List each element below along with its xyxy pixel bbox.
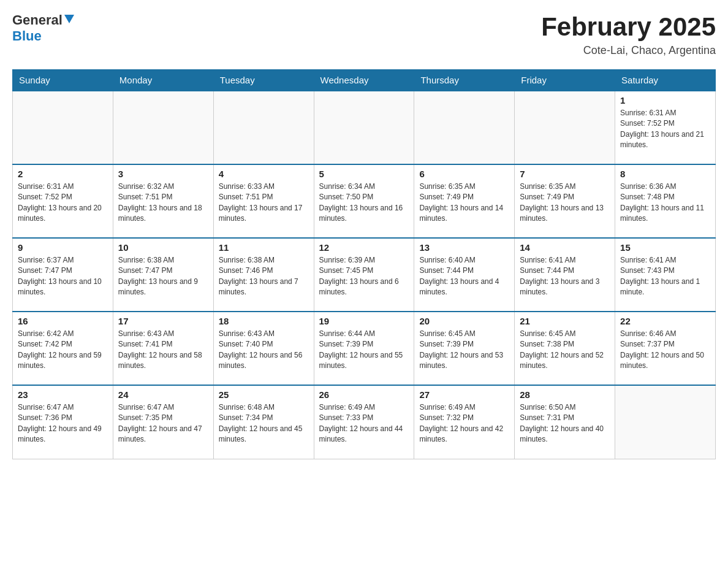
page-header: General Blue February 2025 Cote-Lai, Cha… <box>12 12 716 57</box>
day-number: 23 <box>18 389 108 400</box>
table-row: 21Sunrise: 6:45 AM Sunset: 7:38 PM Dayli… <box>515 312 615 385</box>
table-row: 23Sunrise: 6:47 AM Sunset: 7:36 PM Dayli… <box>13 385 113 459</box>
logo-general-text: General <box>12 12 63 28</box>
calendar-week-row: 16Sunrise: 6:42 AM Sunset: 7:42 PM Dayli… <box>13 312 716 385</box>
day-info: Sunrise: 6:39 AM Sunset: 7:45 PM Dayligh… <box>319 255 409 298</box>
day-info: Sunrise: 6:43 AM Sunset: 7:41 PM Dayligh… <box>118 329 208 372</box>
table-row: 22Sunrise: 6:46 AM Sunset: 7:37 PM Dayli… <box>615 312 716 385</box>
table-row <box>414 91 515 164</box>
table-row: 5Sunrise: 6:34 AM Sunset: 7:50 PM Daylig… <box>314 164 414 238</box>
table-row <box>314 91 414 164</box>
calendar-week-row: 23Sunrise: 6:47 AM Sunset: 7:36 PM Dayli… <box>13 385 716 459</box>
day-number: 9 <box>18 242 108 253</box>
month-title: February 2025 <box>541 12 716 42</box>
day-info: Sunrise: 6:43 AM Sunset: 7:40 PM Dayligh… <box>219 329 309 372</box>
table-row <box>13 91 113 164</box>
calendar-table: Sunday Monday Tuesday Wednesday Thursday… <box>12 69 716 459</box>
table-row: 16Sunrise: 6:42 AM Sunset: 7:42 PM Dayli… <box>13 312 113 385</box>
day-info: Sunrise: 6:34 AM Sunset: 7:50 PM Dayligh… <box>319 182 409 224</box>
table-row: 1Sunrise: 6:31 AM Sunset: 7:52 PM Daylig… <box>615 91 716 164</box>
location-subtitle: Cote-Lai, Chaco, Argentina <box>541 44 716 57</box>
table-row <box>213 91 314 164</box>
day-number: 3 <box>118 169 208 179</box>
day-info: Sunrise: 6:36 AM Sunset: 7:48 PM Dayligh… <box>620 182 710 224</box>
day-info: Sunrise: 6:33 AM Sunset: 7:51 PM Dayligh… <box>219 182 309 224</box>
day-info: Sunrise: 6:49 AM Sunset: 7:33 PM Dayligh… <box>319 402 409 445</box>
day-info: Sunrise: 6:41 AM Sunset: 7:43 PM Dayligh… <box>620 255 710 298</box>
day-info: Sunrise: 6:47 AM Sunset: 7:35 PM Dayligh… <box>118 402 208 445</box>
day-info: Sunrise: 6:50 AM Sunset: 7:31 PM Dayligh… <box>520 402 610 445</box>
title-area: February 2025 Cote-Lai, Chaco, Argentina <box>541 12 716 57</box>
col-tuesday: Tuesday <box>213 70 314 91</box>
table-row: 18Sunrise: 6:43 AM Sunset: 7:40 PM Dayli… <box>213 312 314 385</box>
day-info: Sunrise: 6:42 AM Sunset: 7:42 PM Dayligh… <box>18 329 108 372</box>
day-info: Sunrise: 6:31 AM Sunset: 7:52 PM Dayligh… <box>620 108 710 151</box>
calendar-week-row: 9Sunrise: 6:37 AM Sunset: 7:47 PM Daylig… <box>13 238 716 312</box>
day-number: 19 <box>319 316 409 326</box>
day-number: 10 <box>118 242 208 253</box>
day-number: 26 <box>319 389 409 400</box>
logo-triangle-icon <box>64 15 74 27</box>
table-row: 26Sunrise: 6:49 AM Sunset: 7:33 PM Dayli… <box>314 385 414 459</box>
day-info: Sunrise: 6:48 AM Sunset: 7:34 PM Dayligh… <box>219 402 309 445</box>
day-number: 14 <box>520 242 610 253</box>
day-number: 2 <box>18 169 108 179</box>
day-number: 13 <box>419 242 509 253</box>
table-row: 15Sunrise: 6:41 AM Sunset: 7:43 PM Dayli… <box>615 238 716 312</box>
day-info: Sunrise: 6:31 AM Sunset: 7:52 PM Dayligh… <box>18 182 108 224</box>
day-number: 25 <box>219 389 309 400</box>
calendar-week-row: 1Sunrise: 6:31 AM Sunset: 7:52 PM Daylig… <box>13 91 716 164</box>
logo: General Blue <box>12 12 74 44</box>
day-info: Sunrise: 6:44 AM Sunset: 7:39 PM Dayligh… <box>319 329 409 372</box>
day-info: Sunrise: 6:38 AM Sunset: 7:47 PM Dayligh… <box>118 255 208 298</box>
day-info: Sunrise: 6:46 AM Sunset: 7:37 PM Dayligh… <box>620 329 710 372</box>
day-number: 1 <box>620 95 710 105</box>
day-number: 5 <box>319 169 409 179</box>
col-thursday: Thursday <box>414 70 515 91</box>
col-wednesday: Wednesday <box>314 70 414 91</box>
col-monday: Monday <box>113 70 213 91</box>
table-row: 3Sunrise: 6:32 AM Sunset: 7:51 PM Daylig… <box>113 164 213 238</box>
day-info: Sunrise: 6:38 AM Sunset: 7:46 PM Dayligh… <box>219 255 309 298</box>
day-info: Sunrise: 6:41 AM Sunset: 7:44 PM Dayligh… <box>520 255 610 298</box>
svg-marker-0 <box>64 15 74 23</box>
calendar-week-row: 2Sunrise: 6:31 AM Sunset: 7:52 PM Daylig… <box>13 164 716 238</box>
day-info: Sunrise: 6:35 AM Sunset: 7:49 PM Dayligh… <box>419 182 509 224</box>
day-info: Sunrise: 6:37 AM Sunset: 7:47 PM Dayligh… <box>18 255 108 298</box>
col-sunday: Sunday <box>13 70 113 91</box>
day-number: 4 <box>219 169 309 179</box>
col-friday: Friday <box>515 70 615 91</box>
table-row: 9Sunrise: 6:37 AM Sunset: 7:47 PM Daylig… <box>13 238 113 312</box>
table-row: 4Sunrise: 6:33 AM Sunset: 7:51 PM Daylig… <box>213 164 314 238</box>
table-row: 24Sunrise: 6:47 AM Sunset: 7:35 PM Dayli… <box>113 385 213 459</box>
day-number: 16 <box>18 316 108 326</box>
table-row <box>515 91 615 164</box>
day-number: 22 <box>620 316 710 326</box>
day-number: 20 <box>419 316 509 326</box>
day-number: 21 <box>520 316 610 326</box>
day-number: 8 <box>620 169 710 179</box>
day-info: Sunrise: 6:49 AM Sunset: 7:32 PM Dayligh… <box>419 402 509 445</box>
table-row: 6Sunrise: 6:35 AM Sunset: 7:49 PM Daylig… <box>414 164 515 238</box>
table-row: 2Sunrise: 6:31 AM Sunset: 7:52 PM Daylig… <box>13 164 113 238</box>
day-number: 27 <box>419 389 509 400</box>
table-row: 20Sunrise: 6:45 AM Sunset: 7:39 PM Dayli… <box>414 312 515 385</box>
day-number: 18 <box>219 316 309 326</box>
table-row: 12Sunrise: 6:39 AM Sunset: 7:45 PM Dayli… <box>314 238 414 312</box>
day-info: Sunrise: 6:45 AM Sunset: 7:39 PM Dayligh… <box>419 329 509 372</box>
day-number: 15 <box>620 242 710 253</box>
table-row: 13Sunrise: 6:40 AM Sunset: 7:44 PM Dayli… <box>414 238 515 312</box>
table-row: 17Sunrise: 6:43 AM Sunset: 7:41 PM Dayli… <box>113 312 213 385</box>
table-row: 14Sunrise: 6:41 AM Sunset: 7:44 PM Dayli… <box>515 238 615 312</box>
day-info: Sunrise: 6:47 AM Sunset: 7:36 PM Dayligh… <box>18 402 108 445</box>
table-row: 28Sunrise: 6:50 AM Sunset: 7:31 PM Dayli… <box>515 385 615 459</box>
table-row: 7Sunrise: 6:35 AM Sunset: 7:49 PM Daylig… <box>515 164 615 238</box>
table-row: 27Sunrise: 6:49 AM Sunset: 7:32 PM Dayli… <box>414 385 515 459</box>
col-saturday: Saturday <box>615 70 716 91</box>
day-number: 12 <box>319 242 409 253</box>
day-number: 7 <box>520 169 610 179</box>
day-info: Sunrise: 6:32 AM Sunset: 7:51 PM Dayligh… <box>118 182 208 224</box>
table-row: 19Sunrise: 6:44 AM Sunset: 7:39 PM Dayli… <box>314 312 414 385</box>
day-info: Sunrise: 6:45 AM Sunset: 7:38 PM Dayligh… <box>520 329 610 372</box>
day-number: 24 <box>118 389 208 400</box>
